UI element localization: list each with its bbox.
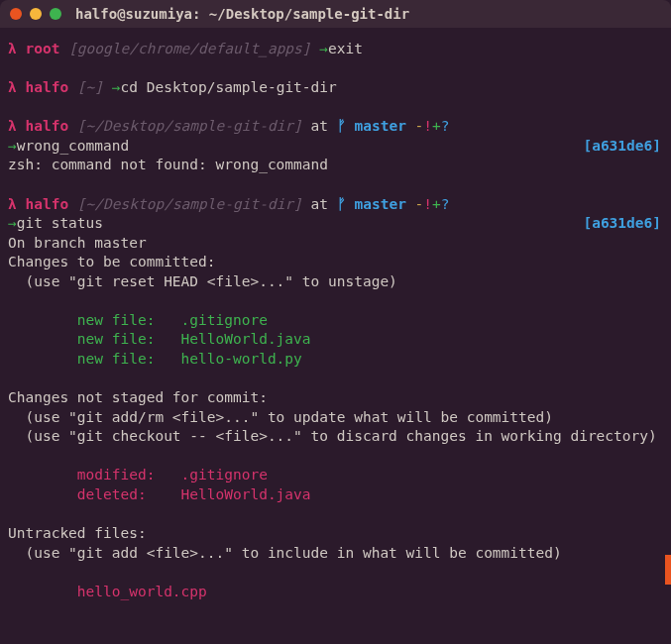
command-line: →wrong_command[a631de6]	[8, 137, 663, 157]
output-staged: new file: .gitignore	[8, 311, 663, 331]
at-label: at	[311, 118, 337, 134]
git-branch-icon: ᚠ	[337, 196, 355, 212]
lambda-icon: λ	[8, 196, 25, 212]
blank-line	[8, 175, 663, 195]
git-branch-icon: ᚠ	[337, 118, 355, 134]
lambda-icon: λ	[8, 41, 25, 56]
flag-staged-icon: +	[432, 196, 441, 212]
output-line: (use "git reset HEAD <file>..." to unsta…	[8, 272, 663, 292]
at-label: at	[311, 196, 337, 212]
output-unstaged: modified: .gitignore	[8, 466, 663, 485]
minimize-icon[interactable]	[30, 8, 42, 20]
prompt-path: [google/chrome/default_apps]	[68, 41, 319, 56]
arrow-icon: →	[8, 138, 17, 154]
prompt-user: halfo	[25, 118, 76, 134]
lambda-icon: λ	[8, 79, 25, 95]
git-branch: master	[355, 196, 415, 212]
arrow-icon: →	[8, 215, 17, 231]
output-line: (use "git add <file>..." to include in w…	[8, 544, 663, 564]
blank-line	[8, 98, 663, 118]
output-staged: new file: HelloWorld.java	[8, 330, 663, 350]
command-text: exit	[328, 41, 363, 56]
blank-line	[8, 505, 663, 525]
window-titlebar: halfo@suzumiya: ~/Desktop/sample-git-dir	[0, 0, 671, 28]
git-status-flags: -!+?	[415, 118, 450, 134]
output-line: Untracked files:	[8, 524, 663, 544]
arrow-icon: →	[319, 41, 328, 56]
git-branch: master	[355, 118, 415, 134]
prompt-path: [~/Desktop/sample-git-dir]	[77, 196, 311, 212]
blank-line	[8, 447, 663, 467]
blank-line	[8, 291, 663, 311]
blank-line	[8, 370, 663, 389]
output-line: Changes not staged for commit:	[8, 388, 663, 408]
lambda-icon: λ	[8, 118, 25, 134]
output-line: On branch master	[8, 234, 663, 254]
maximize-icon[interactable]	[50, 8, 61, 20]
prompt-user: halfo	[25, 79, 76, 95]
prompt-line: λ root [google/chrome/default_apps] →exi…	[8, 40, 663, 59]
output-line: (use "git add/rm <file>..." to update wh…	[8, 408, 663, 428]
output-staged: new file: hello-world.py	[8, 350, 663, 370]
output-unstaged: deleted: HelloWorld.java	[8, 485, 663, 505]
window-title: halfo@suzumiya: ~/Desktop/sample-git-dir	[75, 5, 409, 24]
arrow-icon: →	[112, 79, 121, 95]
output-line: (use "git checkout -- <file>..." to disc…	[8, 427, 663, 447]
prompt-line-git: λ halfo [~/Desktop/sample-git-dir] at ᚠ …	[8, 195, 663, 215]
scrollbar-thumb[interactable]	[665, 555, 671, 585]
prompt-path: [~/Desktop/sample-git-dir]	[77, 118, 311, 134]
git-hash: [a631de6]	[583, 214, 663, 234]
commit-hash: a631de6	[592, 215, 652, 231]
blank-line	[8, 563, 663, 583]
git-status-flags: -!+?	[415, 196, 450, 212]
output-error: zsh: command not found: wrong_command	[8, 156, 663, 175]
output-line: Changes to be committed:	[8, 253, 663, 272]
flag-staged-icon: +	[432, 118, 441, 134]
prompt-user: halfo	[25, 196, 76, 212]
flag-untracked-icon: ?	[441, 196, 450, 212]
command-text: git status	[17, 215, 103, 231]
command-text: wrong_command	[17, 138, 130, 154]
blank-line	[8, 59, 663, 79]
prompt-user: root	[25, 41, 68, 56]
close-icon[interactable]	[10, 8, 22, 20]
commit-hash: a631de6	[592, 138, 652, 154]
flag-modified-icon: !	[423, 196, 432, 212]
prompt-line: λ halfo [~] →cd Desktop/sample-git-dir	[8, 78, 663, 98]
git-hash: [a631de6]	[583, 137, 663, 157]
flag-modified-icon: !	[423, 118, 432, 134]
terminal-area[interactable]: λ root [google/chrome/default_apps] →exi…	[0, 28, 671, 609]
prompt-line-git: λ halfo [~/Desktop/sample-git-dir] at ᚠ …	[8, 117, 663, 137]
window-controls	[10, 8, 61, 20]
flag-untracked-icon: ?	[441, 118, 450, 134]
command-line: →git status[a631de6]	[8, 214, 663, 234]
prompt-path: [~]	[77, 79, 112, 95]
output-unstaged: hello_world.cpp	[8, 583, 663, 602]
command-text: cd Desktop/sample-git-dir	[121, 79, 337, 95]
